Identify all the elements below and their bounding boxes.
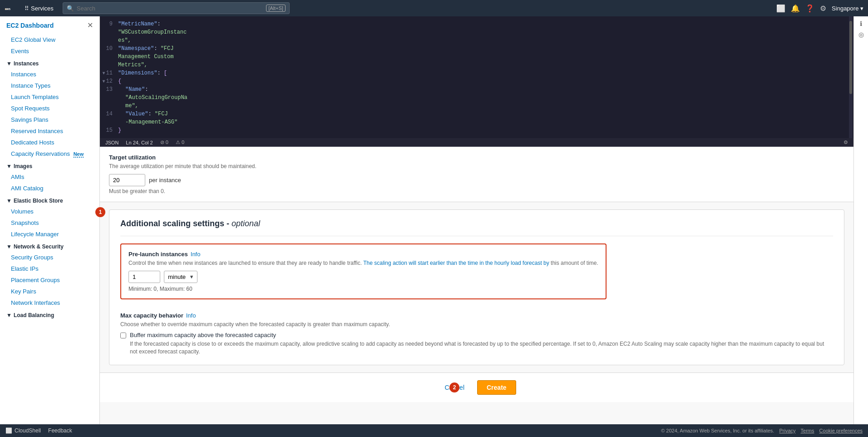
code-line-10c: Metrics", xyxy=(100,61,853,69)
code-line-11: ▼11 "Dimensions": [ xyxy=(100,69,853,77)
code-line-9b: "WSCustomGroupInstanc xyxy=(100,28,853,36)
buffer-capacity-checkbox[interactable] xyxy=(120,333,126,338)
buffer-capacity-desc: If the forecasted capacity is close to o… xyxy=(130,340,833,356)
max-capacity-section: Max capacity behavior Info Choose whethe… xyxy=(120,312,833,356)
buffer-capacity-label[interactable]: Buffer maximum capacity above the foreca… xyxy=(130,332,276,338)
prelaunch-unit-select[interactable]: minute hour day xyxy=(164,271,197,283)
cloudshell-button[interactable]: ⬜ CloudShell xyxy=(5,427,41,434)
sidebar-item-spot-requests[interactable]: Spot Requests xyxy=(0,103,99,114)
prelaunch-info-link[interactable]: Info xyxy=(191,251,201,258)
region-selector[interactable]: Singapore ▾ xyxy=(832,5,863,12)
additional-scaling-section: Additional scaling settings - optional P… xyxy=(109,209,844,365)
sidebar-item-instances[interactable]: Instances xyxy=(0,69,99,80)
sidebar-close-button[interactable]: ✕ xyxy=(87,21,93,30)
bottom-bar: ⬜ CloudShell Feedback © 2024, Amazon Web… xyxy=(0,424,868,437)
right-panel: ℹ ◎ xyxy=(853,16,868,437)
status-warnings: ⚠ 0 xyxy=(176,139,184,145)
chevron-down-icon: ▼ xyxy=(6,243,12,250)
svg-text:aws: aws xyxy=(5,7,11,10)
code-line-9: 9 "MetricName": xyxy=(100,20,853,28)
sidebar-header: EC2 Dashboard ✕ xyxy=(0,16,99,34)
cookie-link[interactable]: Cookie preferences xyxy=(819,428,863,433)
main-content: 9 "MetricName": "WSCustomGroupInstanc es… xyxy=(100,16,853,437)
settings-icon[interactable]: ⚙ xyxy=(820,4,826,13)
copyright-text: © 2024, Amazon Web Services, Inc. or its… xyxy=(661,428,774,433)
bell-icon[interactable]: 🔔 xyxy=(791,4,800,13)
step-1-indicator: 1 xyxy=(95,207,105,217)
max-capacity-info-link[interactable]: Info xyxy=(186,312,196,319)
chevron-down-icon: ▼ xyxy=(6,312,12,318)
code-line-13b: "AutoScalingGroupNa xyxy=(100,94,853,102)
target-utilization-input[interactable] xyxy=(109,174,145,186)
sidebar-item-reserved-instances[interactable]: Reserved Instances xyxy=(0,125,99,137)
sidebar-item-dedicated-hosts[interactable]: Dedicated Hosts xyxy=(0,137,99,148)
sidebar-section-ebs[interactable]: ▼ Elastic Block Store xyxy=(0,194,99,206)
grid-icon: ⠿ xyxy=(25,5,29,12)
sidebar-item-instance-types[interactable]: Instance Types xyxy=(0,80,99,91)
scrollbar-track xyxy=(849,16,853,138)
sidebar-item-events[interactable]: Events xyxy=(0,45,99,57)
bottom-right: © 2024, Amazon Web Services, Inc. or its… xyxy=(661,428,863,433)
sidebar-item-key-pairs[interactable]: Key Pairs xyxy=(0,286,99,297)
code-line-15: 15 } xyxy=(100,126,853,134)
settings-gear-icon[interactable]: ⚙ xyxy=(843,139,848,145)
search-input[interactable] xyxy=(77,5,266,12)
sidebar-section-network[interactable]: ▼ Network & Security xyxy=(0,240,99,252)
sidebar-item-global-view[interactable]: EC2 Global View xyxy=(0,34,99,45)
sidebar-item-network-interfaces[interactable]: Network Interfaces xyxy=(0,297,99,308)
chevron-down-icon: ▼ xyxy=(6,198,12,204)
code-line-9c: es", xyxy=(100,36,853,45)
sidebar-item-volumes[interactable]: Volumes xyxy=(0,206,99,217)
sidebar-item-ami-catalog[interactable]: AMI Catalog xyxy=(0,183,99,194)
footer-bar: 2 Cancel Create xyxy=(100,372,853,402)
sidebar-item-lifecycle-manager[interactable]: Lifecycle Manager xyxy=(0,228,99,240)
chevron-down-icon: ▼ xyxy=(6,163,12,169)
sidebar-section-instances[interactable]: ▼ Instances xyxy=(0,57,99,69)
services-menu-button[interactable]: ⠿ Services xyxy=(21,0,57,16)
privacy-link[interactable]: Privacy xyxy=(779,428,795,433)
sidebar-item-security-groups[interactable]: Security Groups xyxy=(0,252,99,263)
status-position: Ln 24, Col 2 xyxy=(126,140,153,145)
help-icon[interactable]: ❓ xyxy=(805,4,814,13)
nav-right: ⬜ 🔔 ❓ ⚙ Singapore ▾ xyxy=(776,4,863,13)
sidebar-item-savings-plans[interactable]: Savings Plans xyxy=(0,114,99,125)
sidebar-item-launch-templates[interactable]: Launch Templates xyxy=(0,91,99,103)
code-line-10: 10 "Namespace": "FCJ xyxy=(100,45,853,53)
info-panel-icon[interactable]: ℹ xyxy=(860,20,862,27)
target-utilization-validation: Must be greater than 0. xyxy=(109,188,844,194)
code-line-13c: me", xyxy=(100,102,853,110)
notifications-icon[interactable]: ⬜ xyxy=(776,4,785,13)
step-2-indicator: 2 xyxy=(449,382,459,392)
per-instance-label: per instance xyxy=(149,177,181,184)
code-editor-wrapper: 9 "MetricName": "WSCustomGroupInstanc es… xyxy=(100,16,853,202)
create-button[interactable]: Create xyxy=(477,380,516,395)
location-icon[interactable]: ◎ xyxy=(858,31,864,38)
sidebar-item-elastic-ips[interactable]: Elastic IPs xyxy=(0,263,99,274)
feedback-button[interactable]: Feedback xyxy=(48,427,72,434)
sidebar: EC2 Dashboard ✕ EC2 Global View Events ▼… xyxy=(0,16,100,437)
sidebar-item-snapshots[interactable]: Snapshots xyxy=(0,217,99,228)
sidebar-section-images[interactable]: ▼ Images xyxy=(0,159,99,171)
target-utilization-label: Target utilization xyxy=(109,154,844,161)
search-icon: 🔍 xyxy=(67,5,74,12)
prelaunch-value-input[interactable] xyxy=(128,271,160,283)
sidebar-item-amis[interactable]: AMIs xyxy=(0,171,99,183)
optional-label: optional xyxy=(232,219,260,228)
prelaunch-label: Pre-launch instances Info xyxy=(128,251,598,258)
sidebar-section-load-balancing[interactable]: ▼ Load Balancing xyxy=(0,308,99,320)
new-badge: New xyxy=(74,151,84,158)
code-line-14: 14 "Value": "FCJ xyxy=(100,110,853,118)
scrollbar-thumb[interactable] xyxy=(849,21,852,94)
chevron-down-icon: ▼ xyxy=(6,60,12,67)
max-capacity-desc: Choose whether to override maximum capac… xyxy=(120,321,833,328)
target-utilization-section: Target utilization The average utilizati… xyxy=(100,147,853,202)
prelaunch-unit-select-wrapper: minute hour day ▼ xyxy=(164,271,197,283)
sidebar-title[interactable]: EC2 Dashboard xyxy=(6,22,54,29)
sidebar-item-placement-groups[interactable]: Placement Groups xyxy=(0,274,99,286)
prelaunch-hint: Minimum: 0, Maximum: 60 xyxy=(128,286,598,292)
code-editor[interactable]: 9 "MetricName": "WSCustomGroupInstanc es… xyxy=(100,16,853,138)
sidebar-item-capacity-reservations[interactable]: Capacity Reservations New xyxy=(0,148,99,159)
main-layout: EC2 Dashboard ✕ EC2 Global View Events ▼… xyxy=(0,16,868,437)
terms-link[interactable]: Terms xyxy=(801,428,814,433)
prelaunch-instances-box: Pre-launch instances Info Control the ti… xyxy=(120,243,607,299)
